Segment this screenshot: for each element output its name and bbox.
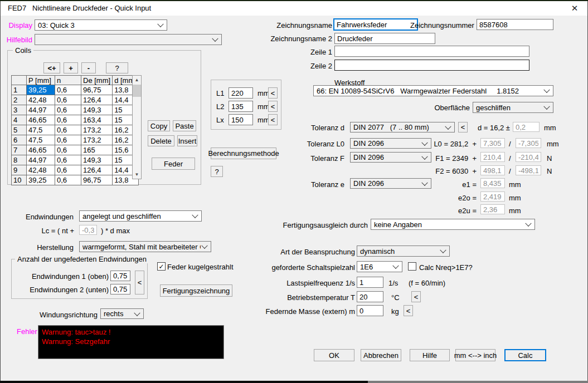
abbrechen-button[interactable]: Abbrechen [361,349,401,361]
coils-table-scrollbar[interactable]: ▲ ▼ [132,75,142,179]
betriebstemperatur-pick-button[interactable]: < [411,291,421,302]
l1-pick-button[interactable]: < [268,87,278,99]
federnde-masse-field[interactable] [357,305,383,316]
lx-pick-button[interactable]: < [268,114,278,125]
endwindungen1-field[interactable] [110,271,130,281]
l1-field[interactable] [229,87,253,99]
federnde-masse-pick-button[interactable]: < [404,305,413,316]
cell[interactable]: 0,6 [55,95,81,105]
zeichnungsname-field[interactable] [333,18,418,31]
ok-button[interactable]: OK [314,349,354,361]
row-header[interactable]: 3 [12,105,27,115]
cell[interactable]: 173,2 [81,125,113,135]
cell[interactable]: 96,75 [81,85,113,95]
cell[interactable]: 126,4 [81,95,113,105]
hilfebild-select[interactable] [35,34,222,45]
feder-button[interactable]: Feder [152,158,195,170]
cell[interactable]: 42,48 [27,95,55,105]
art-der-beanspruchung-select[interactable]: dynamisch [357,245,450,257]
cell[interactable]: 44,97 [27,105,55,115]
cell[interactable]: 0,6 [55,85,81,95]
endwindungen2-field[interactable] [110,284,130,294]
toleranz-d-pick-button[interactable]: < [458,122,468,132]
delete-button[interactable]: Delete [148,135,174,146]
cell[interactable]: 163,4 [81,115,113,125]
cell[interactable]: 149,3 [81,105,113,115]
scrollbar-thumb[interactable] [133,85,141,97]
endwindungen-pick-button[interactable]: < [135,271,144,294]
scroll-up-icon[interactable]: ▲ [133,76,141,84]
zeichnungsnummer-field[interactable] [477,19,553,30]
oberflaeche-select[interactable]: geschliffen [473,102,553,113]
cell[interactable]: 42,48 [27,165,55,175]
coils-add-left-button[interactable]: <+ [43,62,60,73]
display-select[interactable]: 03: Quick 3 [35,19,167,31]
cell[interactable]: 0,6 [55,175,81,185]
close-icon[interactable]: ✕ [562,1,587,16]
toleranz-f-select[interactable]: DIN 2096 [350,152,431,163]
cell[interactable]: 0,6 [55,155,81,165]
fertigungsausgleich-select[interactable]: keine Angaben [371,219,535,230]
method-help-button[interactable]: ? [211,166,223,177]
mm-inch-toggle-button[interactable]: mm <--> inch [455,349,495,361]
toleranz-d-select[interactable]: DIN 2077 (7 .. 80 mm) [350,122,455,132]
fertigungszeichnung-button[interactable]: Fertigungszeichnung [160,284,232,297]
schaltspielzahl-select[interactable]: 1E6 [357,261,402,272]
column-header[interactable]: De [mm] [81,76,113,85]
cell[interactable]: 0,6 [55,135,81,145]
cell[interactable]: 126,4 [81,165,113,175]
herstellung-select[interactable]: warmgeformt, Stahl mit bearbeiteter Ober… [79,241,211,252]
cell[interactable]: 173,2 [81,135,113,145]
coils-add-button[interactable]: + [64,62,78,73]
cell[interactable]: 0,6 [55,145,81,155]
cell[interactable]: 0,6 [55,165,81,175]
row-header[interactable]: 1 [12,85,27,95]
cell[interactable]: 46,65 [27,115,55,125]
berechnungsmethode-button[interactable]: Berechnungsmethode [211,148,276,159]
cell[interactable]: 165 [81,145,113,155]
column-header[interactable]: P [mm] [27,76,55,85]
row-header[interactable]: 4 [12,115,27,125]
cell[interactable]: 39,25 [27,85,55,95]
row-header[interactable]: 2 [12,95,27,105]
cell[interactable]: 0,6 [55,115,81,125]
l2-pick-button[interactable]: < [268,101,278,112]
insert-button[interactable]: Insert [177,135,197,146]
cell[interactable]: 46,65 [27,145,55,155]
paste-button[interactable]: Paste [173,120,196,131]
zeile1-field[interactable] [334,46,529,57]
cell[interactable]: 44,97 [27,155,55,165]
betriebstemperatur-field[interactable] [357,291,383,302]
coils-table[interactable]: P [mm]nDe [mm]d [mm] 139,250,696,7513,82… [11,75,139,185]
hilfe-button[interactable]: Hilfe [410,349,450,361]
row-header[interactable]: 9 [12,165,27,175]
calc-nreq-checkbox[interactable] [408,262,416,271]
zeichnungsname2-field[interactable] [334,33,435,44]
cell[interactable]: 47,5 [27,125,55,135]
cell[interactable]: 96,75 [81,175,113,185]
row-header[interactable]: 7 [12,145,27,155]
cell[interactable]: 149,3 [81,155,113,165]
toleranz-l0-select[interactable]: DIN 2096 [350,138,431,149]
werkstoff-select[interactable]: 66: EN 10089-54SiCrV6 Warmgewalzter Fede… [313,85,553,96]
row-header[interactable]: 6 [12,135,27,145]
kugelgestrahlt-checkbox[interactable]: ✓ [157,262,166,271]
l2-field[interactable] [229,101,253,112]
scroll-down-icon[interactable]: ▼ [133,170,141,179]
row-header[interactable]: 10 [12,175,27,185]
toleranz-e-select[interactable]: DIN 2096 [350,178,431,189]
copy-button[interactable]: Copy [148,120,170,131]
column-header[interactable] [12,76,27,85]
cell[interactable]: 0,6 [55,105,81,115]
cell[interactable]: 47,5 [27,135,55,145]
windungsrichtung-select[interactable]: rechts [100,308,144,319]
zeile2-field[interactable] [334,60,529,71]
row-header[interactable]: 5 [12,125,27,135]
lx-field[interactable] [229,114,253,125]
lastspielfrequenz-field[interactable] [357,277,383,288]
coils-remove-button[interactable]: - [81,62,96,73]
coils-help-button[interactable]: ? [106,62,128,73]
row-header[interactable]: 8 [12,155,27,165]
column-header[interactable]: n [55,76,81,85]
cell[interactable]: 0,6 [55,125,81,135]
